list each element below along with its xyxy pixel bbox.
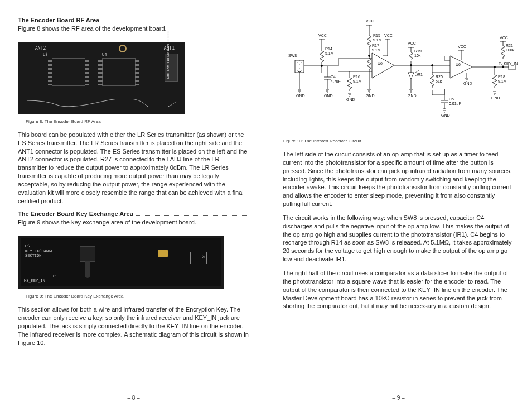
- key-body-text: This section allows for both a wire and …: [18, 305, 249, 347]
- part-r15-ref: R15: [373, 33, 380, 37]
- part-r20-val: 51k: [436, 79, 442, 83]
- part-r21-ref: R21: [506, 44, 513, 47]
- heading-dots-2: [136, 210, 249, 216]
- heading-rf-area: The Encoder Board RF Area: [18, 17, 249, 25]
- silkscreen-hskeyin: HS_KEY_IN: [24, 279, 45, 283]
- heading-rf-area-text: The Encoder Board RF Area: [18, 17, 99, 23]
- net-gnd-5: GND: [408, 94, 417, 98]
- transmitter-chip-icon: Linx TXM-418-LR 1LOT RTxxxx: [165, 54, 178, 82]
- svg-point-4: [298, 61, 301, 64]
- trace-icon: [24, 99, 179, 107]
- net-vcc-3: VCC: [384, 33, 393, 37]
- svg-rect-6: [295, 60, 304, 73]
- net-gnd-6: GND: [441, 113, 450, 117]
- heading-dots: [101, 17, 249, 22]
- heading-key-exchange: The Encoder Board Key Exchange Area: [18, 210, 249, 218]
- silkscreen-j5: J5: [52, 274, 56, 279]
- page-number-right: – 9 –: [283, 395, 514, 401]
- part-r14-ref: R14: [325, 47, 332, 51]
- page-left: The Encoder Board RF Area Figure 8 shows…: [18, 17, 266, 401]
- part-r14-val: 5.1M: [325, 51, 334, 55]
- ir-module-icon: [190, 252, 207, 264]
- part-r16-val: 9.1M: [353, 79, 362, 83]
- figure-10-caption: Figure 10: The Infrared Receiver Circuit: [283, 138, 514, 143]
- figure-8-image: ANT2 ANT1 U8 U4 Linx TXM-418-LR 1LOT RTx…: [18, 42, 185, 114]
- footprint-left-icon: [52, 58, 85, 86]
- sma-connector-icon: [119, 45, 127, 52]
- net-gnd-2: GND: [324, 94, 333, 98]
- net-keyin: To KEY_IN: [498, 61, 518, 65]
- svg-point-5: [298, 69, 301, 72]
- part-sw8: SW8: [288, 54, 297, 58]
- figure-9-image: HS KEY EXCHANGE SECTION J5 HS_KEY_IN: [18, 236, 224, 289]
- part-r21-val: 100k: [506, 48, 514, 52]
- rf-body-text: This board can be populated with either …: [18, 131, 249, 205]
- footprint-right-icon: [102, 58, 136, 86]
- svg-point-53: [494, 66, 496, 68]
- part-r19-val: 10k: [414, 54, 420, 58]
- silkscreen-ant2: ANT2: [35, 46, 46, 51]
- heading-key-exchange-text: The Encoder Board Key Exchange Area: [18, 210, 133, 217]
- figure-8-caption: Figure 8: The Encoder Board RF Area: [26, 119, 249, 124]
- figure-9-caption: Figure 9: The Encoder Board Key Exchange…: [26, 294, 249, 299]
- svg-point-54: [502, 66, 504, 68]
- net-vcc-6: VCC: [500, 36, 508, 40]
- net-gnd-3: GND: [346, 98, 355, 102]
- part-r16-ref: R16: [353, 75, 360, 79]
- silkscreen-u8: U8: [43, 52, 47, 57]
- net-gnd-7: GND: [463, 82, 472, 85]
- chip-label: Linx TXM-418-LR 1LOT RTxxxx: [166, 31, 170, 79]
- circuit-desc-3: The right half of the circuit uses a com…: [283, 269, 514, 310]
- part-c4-val: 4.7uF: [331, 79, 341, 83]
- part-c4-ref: C4: [331, 75, 336, 79]
- part-r15-val: 9.1M: [373, 38, 382, 42]
- net-gnd-8: GND: [491, 96, 500, 100]
- svg-point-10: [321, 65, 323, 67]
- net-gnd-1: GND: [296, 94, 305, 98]
- net-vcc-2: VCC: [366, 19, 374, 23]
- part-r20-ref: R20: [436, 75, 443, 79]
- svg-point-18: [369, 55, 370, 57]
- net-vcc-1: VCC: [318, 33, 327, 37]
- key-intro-text: Figure 9 shows the key exchange area of …: [18, 218, 249, 227]
- part-r18-ref: R18: [498, 75, 505, 79]
- silkscreen-u4: U4: [102, 52, 107, 57]
- part-ir1: IR1: [417, 73, 423, 76]
- figure-10-schematic: VCC VCC VCC VCC VCC VCC SW8 R14 5.1M C4 …: [283, 17, 517, 134]
- audio-jack-icon: [80, 246, 95, 262]
- net-vcc-4: VCC: [408, 41, 416, 45]
- part-c5-val: 0.01uF: [449, 102, 461, 106]
- part-r19-ref: R19: [414, 49, 422, 53]
- part-u6b: U6: [456, 63, 461, 66]
- silkscreen-hs: HS KEY EXCHANGE SECTION: [25, 244, 54, 258]
- part-r18-val: 9.1M: [498, 79, 507, 83]
- part-r17-ref: R17: [372, 44, 379, 47]
- net-vcc-5: VCC: [458, 45, 466, 49]
- svg-point-35: [432, 65, 433, 66]
- circuit-desc-1: The left side of the circuit consists of…: [283, 150, 514, 208]
- part-r17-val: 9.1M: [372, 48, 381, 52]
- part-u6a: U6: [378, 61, 383, 65]
- net-gnd-4: GND: [366, 94, 375, 98]
- rf-intro-text: Figure 8 shows the RF area of the develo…: [18, 25, 249, 33]
- page-number-left: – 8 –: [18, 395, 249, 401]
- page-right: VCC VCC VCC VCC VCC VCC SW8 R14 5.1M C4 …: [266, 17, 514, 401]
- part-c5-ref: C5: [449, 97, 454, 101]
- tact-button-icon: [158, 250, 168, 257]
- circuit-desc-2: The circuit works in the following way: …: [283, 214, 514, 264]
